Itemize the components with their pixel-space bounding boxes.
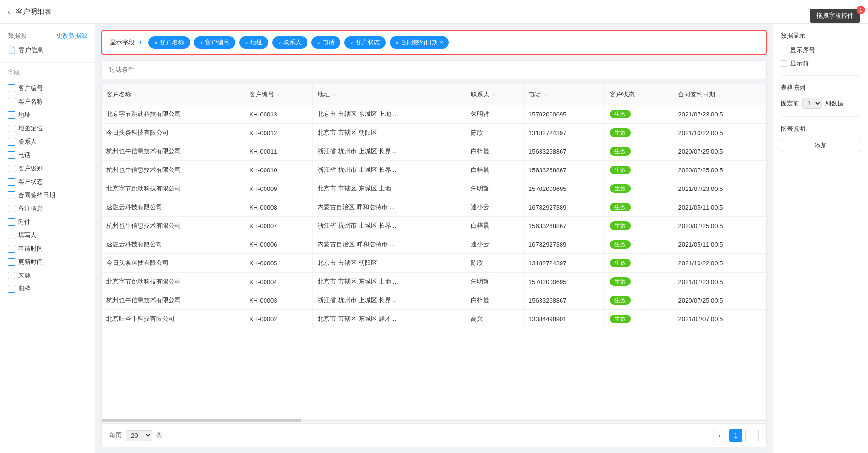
sidebar-field-item[interactable]: 地图定位 xyxy=(8,122,87,135)
table-cell: 13182724397 xyxy=(524,254,605,273)
field-tag-label: 合同签约日期 xyxy=(401,38,438,47)
table-cell: 高兴 xyxy=(466,310,523,328)
change-datasource-link[interactable]: 更改数据源 xyxy=(56,32,87,40)
table-column-header[interactable]: 电话 ↕ xyxy=(524,84,605,105)
table-cell: 13182724397 xyxy=(524,124,605,142)
sidebar-field-item[interactable]: 归档 xyxy=(8,282,87,295)
table-cell: 15633268867 xyxy=(524,142,605,161)
field-icon xyxy=(8,218,15,226)
field-tag[interactable]: ∨客户编号 xyxy=(194,36,235,49)
prev-page-button[interactable]: ‹ xyxy=(713,429,726,442)
scrollbar-thumb[interactable] xyxy=(102,419,301,422)
table-cell: 浙江省 杭州市 上城区 长界... xyxy=(313,291,466,310)
sidebar-field-item[interactable]: 填写人 xyxy=(8,229,87,242)
sidebar-field-item[interactable]: 申请时间 xyxy=(8,242,87,255)
back-button[interactable]: ‹ xyxy=(8,8,10,16)
field-label: 附件 xyxy=(18,218,31,226)
table-cell: 北京市 市辖区 朝阳区 xyxy=(313,254,466,273)
table-column-header[interactable]: 地址 ↕ xyxy=(313,84,466,105)
horizontal-scrollbar[interactable] xyxy=(102,419,766,422)
status-badge: 生效 xyxy=(610,296,631,305)
main-layout: 数据源 更改数据源 📄 客户信息 字段 客户编号客户名称地址地图定位联系人电话客… xyxy=(0,24,868,453)
sidebar-field-item[interactable]: 客户状态 xyxy=(8,175,87,189)
sidebar-field-item[interactable]: 附件 xyxy=(8,215,87,229)
show-serial-checkbox[interactable] xyxy=(781,47,787,53)
field-tag-close[interactable]: × xyxy=(440,39,443,46)
sidebar-field-item[interactable]: 来源 xyxy=(8,269,87,282)
add-legend-button[interactable]: 添加 xyxy=(781,139,860,152)
data-display-title: 数据显示 xyxy=(781,32,860,40)
table-row: 杭州也牛信息技术有限公司KH-00003浙江省 杭州市 上城区 长界...白梓晨… xyxy=(102,291,766,310)
sort-arrows-icon[interactable]: ↕ xyxy=(636,92,640,97)
table-cell: 2021/05/11 00:5 xyxy=(673,198,766,217)
field-icon xyxy=(8,191,15,199)
table-column-header[interactable]: 客户名称 ↕ xyxy=(102,84,244,105)
tooltip-badge: 1 xyxy=(857,6,865,14)
table-cell: 杭州也牛信息技术有限公司 xyxy=(102,291,244,310)
table-column-header[interactable]: 客户编号 ↕ xyxy=(244,84,313,105)
center-area: 显示字段 + ∨客户名称∨客户编号∨地址∨联系人∨电话∨客户状态∨合同签约日期×… xyxy=(95,24,773,453)
field-label: 电话 xyxy=(18,151,31,159)
sidebar-field-item[interactable]: 电话 xyxy=(8,148,87,162)
sidebar-field-item[interactable]: 更新时间 xyxy=(8,255,87,269)
sort-arrows-icon[interactable]: ↕ xyxy=(717,92,721,97)
table-cell: KH-00007 xyxy=(244,217,313,235)
field-icon xyxy=(8,98,15,105)
table-cell: 陈欣 xyxy=(466,254,523,273)
sidebar-field-item[interactable]: 合同签约日期 xyxy=(8,189,87,202)
table-row: 杭州也牛信息技术有限公司KH-00007浙江省 杭州市 上城区 长界...白梓晨… xyxy=(102,217,766,235)
sidebar-field-item[interactable]: 备注信息 xyxy=(8,202,87,215)
table-row: 北京字节跳动科技有限公司KH-00009北京市 市辖区 东城区 上地 ...朱明… xyxy=(102,179,766,198)
table-cell: 逮小云 xyxy=(466,198,523,217)
table-column-header[interactable]: 联系人 ↕ xyxy=(466,84,523,105)
table-container: 客户名称 ↕客户编号 ↕地址 ↕联系人 ↕电话 ↕客户状态 ↕合同签约日期 ↕ … xyxy=(101,84,767,447)
table-cell: 15633268867 xyxy=(524,291,605,310)
freeze-select[interactable]: 1 2 3 xyxy=(802,98,822,109)
status-badge: 生效 xyxy=(610,277,631,286)
status-badge: 生效 xyxy=(610,184,631,193)
show-top-checkbox[interactable] xyxy=(781,60,787,67)
next-page-button[interactable]: › xyxy=(745,429,759,442)
sort-arrows-icon[interactable]: ↕ xyxy=(332,92,336,97)
datasource-item[interactable]: 📄 客户信息 xyxy=(8,44,87,56)
sidebar-field-item[interactable]: 客户名称 xyxy=(8,95,87,108)
field-tag[interactable]: ∨合同签约日期× xyxy=(390,36,449,49)
top-bar: ‹ 客户明细表 1 拖拽字段控件 xyxy=(0,0,868,24)
sort-arrows-icon[interactable]: ↕ xyxy=(276,92,280,97)
sort-arrows-icon[interactable]: ↕ xyxy=(133,92,137,97)
table-wrapper[interactable]: 客户名称 ↕客户编号 ↕地址 ↕联系人 ↕电话 ↕客户状态 ↕合同签约日期 ↕ … xyxy=(102,84,766,418)
table-cell: KH-00009 xyxy=(244,179,313,198)
table-cell: 2020/07/25 00:5 xyxy=(673,142,766,161)
table-column-header[interactable]: 客户状态 ↕ xyxy=(605,84,673,105)
sidebar-field-item[interactable]: 地址 xyxy=(8,108,87,122)
field-tag[interactable]: ∨地址 xyxy=(239,36,268,49)
table-cell: 2021/05/11 00:5 xyxy=(673,235,766,254)
status-badge: 生效 xyxy=(610,128,631,137)
field-tag[interactable]: ∨联系人 xyxy=(272,36,307,49)
field-tag[interactable]: ∨电话 xyxy=(311,36,340,49)
table-cell: KH-00004 xyxy=(244,273,313,291)
current-page-button[interactable]: 1 xyxy=(729,429,742,442)
table-cell: 朱明哲 xyxy=(466,105,523,124)
table-cell: 生效 xyxy=(605,254,673,273)
per-page-select[interactable]: 20 50 100 xyxy=(126,430,152,441)
table-cell: 15633268867 xyxy=(524,217,605,235)
table-cell: 生效 xyxy=(605,217,673,235)
field-label: 客户编号 xyxy=(18,84,43,93)
drag-tooltip: 1 拖拽字段控件 xyxy=(810,9,860,23)
table-cell: KH-00008 xyxy=(244,198,313,217)
field-label: 地址 xyxy=(18,111,31,119)
table-column-header[interactable]: 合同签约日期 ↕ xyxy=(673,84,766,105)
table-cell: 白梓晨 xyxy=(466,217,523,235)
field-add-button[interactable]: + xyxy=(138,38,143,47)
sort-arrows-icon[interactable]: ↕ xyxy=(543,92,547,97)
sidebar-field-item[interactable]: 客户级别 xyxy=(8,162,87,175)
field-tag[interactable]: ∨客户名称 xyxy=(148,36,190,49)
sort-arrows-icon[interactable]: ↕ xyxy=(491,92,495,97)
sidebar-field-item[interactable]: 客户编号 xyxy=(8,82,87,95)
status-badge: 生效 xyxy=(610,147,631,156)
field-label: 来源 xyxy=(18,271,31,280)
chevron-down-icon: ∨ xyxy=(350,40,353,45)
field-tag[interactable]: ∨客户状态 xyxy=(344,36,386,49)
sidebar-field-item[interactable]: 联系人 xyxy=(8,135,87,148)
